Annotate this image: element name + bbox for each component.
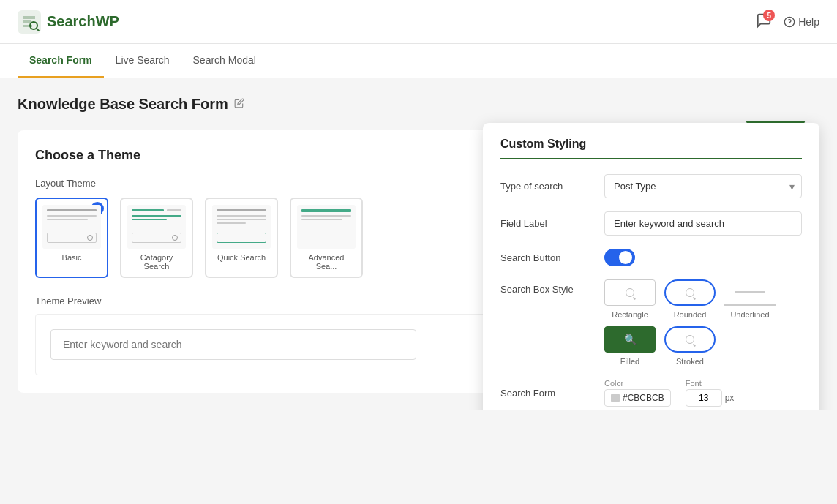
theme-card-preview-quick [212,205,271,249]
color-chip[interactable]: #CBCBCB [604,389,671,407]
style-options-row2: 🔍 Filled [604,326,802,366]
page-content: Knowledge Base Search Form Choose a Them… [0,78,837,410]
style-box-rectangle[interactable] [604,279,656,306]
font-unit: px [725,393,735,403]
color-dot [611,394,620,402]
type-of-search-select-wrapper: Post Type [604,174,802,198]
style-label-stroked: Stroked [676,357,704,366]
search-button-label: Search Button [500,252,596,263]
header-right: 5 Help [756,12,819,31]
style-box-stroked[interactable] [664,326,716,353]
theme-card-name-category: Catagory Search [127,253,186,271]
style-option-rectangle[interactable]: Rectangle [604,279,656,319]
tab-search-modal[interactable]: Search Modal [181,44,268,78]
tabs-bar: Search Form Live Search Search Modal [0,44,837,78]
theme-card-category[interactable]: Catagory Search [120,198,193,278]
font-size-input[interactable] [686,389,722,407]
logo: SearchWP [18,10,119,34]
font-group: Font px [686,379,735,407]
field-label-label: Field Label [500,218,596,229]
theme-card-preview-advanced [297,205,356,249]
logo-text: SearchWP [47,13,119,30]
theme-card-preview-category [127,205,186,249]
page-title: Knowledge Base Search Form [18,96,228,113]
search-box-style-options: Rectangle Rounded [604,279,802,366]
color-sub-label: Color [604,379,671,388]
help-button[interactable]: Help [784,16,819,28]
style-box-rounded[interactable] [664,279,716,306]
panel-title: Custom Styling [500,138,802,159]
style-box-underlined[interactable] [724,279,776,306]
preview-search-input[interactable] [50,329,416,360]
type-of-search-row: Type of search Post Type [500,174,802,198]
style-label-rectangle: Rectangle [612,310,648,319]
search-form-section-label: Search Form [500,388,596,399]
search-box-style-label: Search Box Style [500,279,596,295]
search-box-style-row: Search Box Style [500,279,802,366]
notification-button[interactable]: 5 [756,12,772,31]
theme-card-quick[interactable]: Quick Search [205,198,278,278]
type-of-search-select[interactable]: Post Type [604,174,802,198]
style-box-filled[interactable]: 🔍 [604,326,656,353]
notification-badge: 5 [763,10,775,21]
type-of-search-label: Type of search [500,181,596,192]
style-option-underlined[interactable]: Underlined [724,279,776,319]
theme-card-name-advanced: Advanced Sea... [297,253,356,271]
font-size-row: px [686,389,735,407]
theme-card-basic[interactable]: ✓ Basic [35,198,108,278]
page-title-row: Knowledge Base Search Form [18,96,819,113]
header: SearchWP 5 Help [0,0,837,44]
custom-styling-panel: Custom Styling Type of search Post Type … [483,123,819,410]
search-form-color-font: Color #CBCBCB Font px [604,379,802,407]
style-option-stroked[interactable]: Stroked [664,326,716,366]
font-sub-label: Font [686,379,735,388]
theme-card-name-basic: Basic [42,253,101,262]
style-label-filled: Filled [620,357,639,366]
panel-top-bar [746,121,805,123]
style-label-underlined: Underlined [730,310,769,319]
search-icon-filled: 🔍 [624,334,637,345]
theme-card-name-quick: Quick Search [212,253,271,262]
style-options-row1: Rectangle Rounded [604,279,802,319]
theme-card-advanced[interactable]: Advanced Sea... [290,198,363,278]
tab-live-search[interactable]: Live Search [104,44,181,78]
field-label-input[interactable] [604,211,802,236]
help-label: Help [798,16,819,28]
search-form-row: Search Form Color #CBCBCB Font px [500,379,802,407]
edit-title-button[interactable] [234,98,244,110]
style-option-filled[interactable]: 🔍 Filled [604,326,656,366]
search-button-row: Search Button [500,249,802,266]
search-button-toggle[interactable] [604,249,635,266]
color-group: Color #CBCBCB [604,379,671,407]
color-value: #CBCBCB [623,393,664,403]
style-option-rounded[interactable]: Rounded [664,279,716,319]
field-label-row: Field Label [500,211,802,236]
tab-search-form[interactable]: Search Form [18,44,104,78]
theme-card-preview-basic [42,205,101,249]
main-layout: Choose a Theme Layout Theme ✓ Basic [18,130,819,393]
logo-icon [18,10,41,34]
style-label-rounded: Rounded [674,310,707,319]
